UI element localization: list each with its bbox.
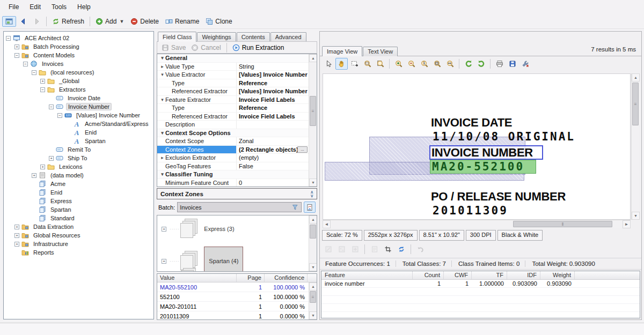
scroll-thumb[interactable]: ≡ [632, 83, 639, 125]
property-value[interactable]: Zonal [237, 137, 309, 145]
expand-plus-icon[interactable]: + [14, 44, 19, 49]
zoom-in-button[interactable] [392, 58, 405, 70]
expand-plus-icon[interactable]: + [49, 156, 54, 161]
scroll-thumb[interactable] [310, 225, 316, 239]
rotate-left-button[interactable] [462, 58, 474, 70]
tree-item--data-model-[interactable]: +(data model) [4, 171, 153, 180]
tree-item-infrastructure[interactable]: +Infrastructure [4, 240, 153, 248]
feature-row-invoice-number[interactable]: invoice number111.0000000.9030900.903090 [321, 280, 640, 288]
property-row-general[interactable]: ▾General [157, 54, 309, 63]
property-row-classifier-tuning[interactable]: ▾Classifier Tuning [157, 170, 309, 179]
scroll-down-arrow-icon[interactable]: ▼ [309, 311, 317, 319]
property-value[interactable]: Invoice Field Labels [237, 113, 309, 121]
collapse-minus-icon[interactable]: − [49, 105, 54, 109]
batch-combobox[interactable]: Invoices [177, 202, 302, 212]
expand-plus-icon[interactable]: + [162, 259, 166, 264]
scroll-thumb[interactable]: ⫴ [513, 221, 612, 227]
enhance-button[interactable] [349, 243, 361, 255]
tree-item-lexicons[interactable]: +Lexicons [4, 162, 153, 171]
expander-icon[interactable]: ▾ [159, 72, 165, 77]
scroll-up-arrow-icon[interactable]: ▲ [632, 73, 640, 81]
column-header-value[interactable]: Value [157, 274, 237, 282]
expander-icon[interactable]: ▾ [159, 97, 165, 102]
property-value[interactable]: (2 Rectangle objects)... [237, 146, 309, 154]
collapse-minus-icon[interactable]: − [40, 87, 45, 92]
tools-button[interactable] [519, 58, 531, 70]
select-region-button[interactable] [348, 58, 361, 70]
scroll-down-arrow-icon[interactable]: ▼ [309, 178, 317, 187]
nav-forward-button[interactable] [30, 16, 44, 27]
property-value[interactable]: [Values] Invoice Number [237, 87, 309, 95]
zoom-page-button[interactable] [374, 58, 386, 70]
tree-item-batch-processing[interactable]: +Batch Processing [4, 42, 153, 51]
clone-button[interactable]: Clone [202, 16, 235, 27]
property-row-type[interactable]: TypeReference [157, 79, 309, 88]
scroll-left-arrow-icon[interactable]: ◄ [323, 220, 331, 228]
collapse-minus-icon[interactable]: − [14, 53, 19, 58]
delete-button[interactable]: Delete [127, 16, 162, 27]
menu-item-tools[interactable]: Tools [47, 1, 73, 13]
scroll-up-arrow-icon[interactable]: ▲ [309, 282, 317, 291]
tree-item-acme-standard-express[interactable]: AAcme/Standard/Express [4, 120, 153, 128]
property-value[interactable]: False [237, 162, 309, 170]
property-value[interactable]: [Values] Invoice Number [237, 71, 309, 79]
property-row-feature-extractor[interactable]: ▾Feature ExtractorInvoice Field Labels [157, 96, 309, 105]
tree-item--values-invoice-number[interactable]: −123[Values] Invoice Number [4, 111, 153, 120]
cancel-button[interactable]: Cancel [189, 43, 223, 52]
tree-item-remit-to[interactable]: Remit To [4, 145, 153, 154]
value-row-ma20-201011[interactable]: MA20-20101110.0000 % [157, 302, 317, 311]
value-row-201011309[interactable]: 20101130910.0000 % [157, 311, 317, 320]
tab-contents[interactable]: Contents [237, 32, 270, 42]
property-value[interactable]: String [237, 63, 309, 71]
tree-item--local-resources-[interactable]: −(local resources) [4, 68, 153, 77]
collapse-minus-icon[interactable]: − [32, 70, 36, 75]
column-header-idf[interactable]: IDF [507, 271, 540, 279]
collapse-minus-icon[interactable]: − [57, 113, 62, 118]
property-row-context-zones[interactable]: Context Zones(2 Rectangle objects)... [157, 146, 309, 154]
zoom-select-button[interactable] [361, 58, 374, 70]
pointer-button[interactable] [323, 58, 335, 70]
zone-class-node-spartan-4-[interactable]: +·····Spartan (4) [162, 247, 243, 272]
pan-hand-button[interactable] [335, 58, 348, 70]
tree-item-global-resources[interactable]: +Global Resources [4, 231, 153, 240]
property-row-description[interactable]: Description [157, 121, 309, 129]
tree-item-invoice-number[interactable]: −Invoice Number [4, 102, 153, 111]
expand-plus-icon[interactable]: + [40, 165, 45, 169]
expander-icon[interactable]: ▾ [159, 172, 165, 177]
column-header-weight[interactable]: Weight [540, 271, 575, 279]
expander-icon[interactable]: ▾ [159, 130, 165, 136]
tree-item-enid[interactable]: AEnid [4, 128, 153, 137]
print-button[interactable] [493, 58, 506, 70]
nav-back-button[interactable] [16, 16, 30, 27]
zoom-out-button[interactable] [405, 58, 418, 70]
tree-item-reports[interactable]: Reports [4, 248, 153, 257]
tree-item-content-models[interactable]: −Content Models [4, 51, 153, 59]
expander-icon[interactable]: ▾ [159, 55, 165, 61]
expand-plus-icon[interactable]: + [14, 225, 19, 229]
scroll-thumb[interactable]: ≡ [310, 291, 316, 303]
tree-item-invoices[interactable]: −Invoices [4, 59, 153, 68]
image-horizontal-scrollbar[interactable]: ◄ ⫴ ► [323, 220, 631, 228]
tree-item-ship-to[interactable]: +Ship To [4, 154, 153, 162]
refresh-button[interactable]: Refresh [49, 16, 87, 27]
deskew-button[interactable] [322, 243, 334, 255]
zone-class-node-express-3-[interactable]: +·····Express (3) [162, 219, 235, 239]
property-row-context-scope[interactable]: Context ScopeZonal [157, 137, 309, 146]
expander-icon[interactable]: ▸ [159, 64, 165, 69]
despeckle-button[interactable] [335, 243, 348, 255]
refresh-view-button[interactable] [395, 243, 407, 255]
document-canvas[interactable]: INVOICE DATE 11/10/08 ORIGINAL INVOICE N… [323, 73, 631, 220]
rotate-right-button[interactable] [475, 58, 487, 70]
scroll-up-arrow-icon[interactable]: ▲ [309, 215, 317, 224]
rename-button[interactable]: Rename [162, 16, 202, 27]
tree-item-express[interactable]: Express [4, 197, 153, 205]
tab-field-class[interactable]: Field Class [158, 32, 196, 42]
image-vertical-scrollbar[interactable]: ▲ ≡ ▼ [631, 73, 639, 220]
property-row-type[interactable]: TypeReference [157, 104, 309, 113]
column-header-confidence[interactable]: Confidence [265, 274, 308, 282]
scroll-up-arrow-icon[interactable]: ▲ [309, 54, 317, 62]
property-row-referenced-extractor[interactable]: Referenced Extractor[Values] Invoice Num… [157, 87, 309, 96]
tab-image-view[interactable]: Image View [322, 46, 362, 56]
tree-item-standard[interactable]: Standard [4, 214, 153, 222]
expand-plus-icon[interactable]: + [32, 173, 36, 178]
